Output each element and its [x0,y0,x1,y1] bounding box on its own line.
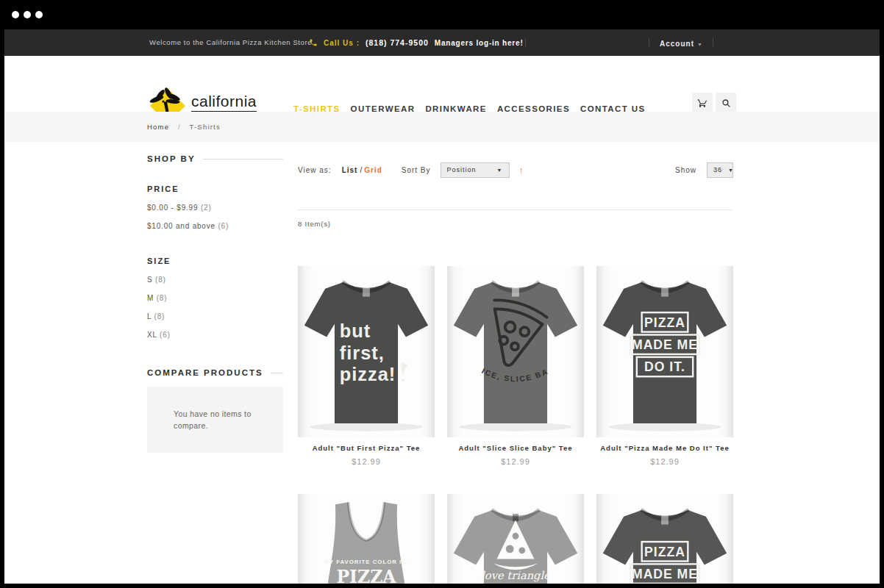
phone-number: (818) 774-9500 [366,38,429,47]
shirt-graphic-text: PIZZA [644,315,685,330]
sort-select[interactable]: Position ▼ [441,162,510,178]
divider [713,38,713,47]
show-label: Show [675,166,696,174]
shop-by-heading: SHOP BY [147,154,283,163]
window-controls[interactable] [12,11,43,18]
filter-count: (6) [218,222,229,230]
phone-icon [309,38,318,47]
chevron-down-icon: ▼ [497,168,503,173]
product-price: $12.99 [447,457,584,466]
page: Welcome to the California Pizza Kitchen … [4,29,880,584]
pizza-slice-icon [401,362,407,381]
view-list-link[interactable]: List [342,166,358,174]
product-image-but-first-pizza[interactable]: but first, pizza! [298,266,435,437]
account-group: Account▼ [649,29,713,56]
compare-empty-message: You have no items to compare. [174,408,260,431]
product-price: $12.99 [298,457,435,466]
view-separator: / [360,166,362,174]
view-grid-link[interactable]: Grid [364,166,382,174]
filter-label: S [147,276,152,284]
window-dot-icon[interactable] [12,11,19,18]
breadcrumb-current: T-Shirts [190,123,221,131]
divider [298,209,733,210]
cart-button[interactable] [692,93,713,113]
filter-count: (8) [157,294,168,302]
product-image-love-triangle[interactable]: love triangle [447,494,584,584]
sidebar-filters: SHOP BY PRICE $0.00 - $9.99 (2) $10.00 a… [147,154,283,453]
breadcrumb-home-link[interactable]: Home [147,123,169,131]
product-grid: but first, pizza! Adult "But First Pizza… [298,266,733,584]
product-listing: View as: List / Grid Sort By Position ▼ … [298,162,733,584]
managers-login-link[interactable]: Managers log-in here! [435,39,524,47]
item-count: 8 Item(s) [298,220,733,228]
call-us-label: Call Us : [324,39,360,47]
shirt-graphic-text: PIZZA [644,545,685,559]
product-title[interactable]: Adult "Pizza Made Me Do It" Tee [596,443,733,453]
listing-toolbar: View as: List / Grid Sort By Position ▼ … [298,162,733,178]
shirt-graphic-text: first, [340,343,385,363]
breadcrumb-separator: / [178,123,181,131]
show-group: Show 36 ▼ [675,162,733,178]
shirt-graphic-text: DO IT. [644,359,685,374]
call-us-group: Call Us : (818) 774-9500 Managers log-in… [309,29,524,56]
search-icon [721,98,731,108]
divider [525,38,526,47]
product-card: MY FAVORITE COLOR IS. PIZZA [298,494,435,584]
chevron-down-icon: ▼ [728,168,734,173]
product-image-pizza-made-me-do-it-2[interactable]: PIZZA MADE ME DO IT. [596,494,733,584]
filter-label: L [147,312,152,320]
window-title-bar [0,0,884,29]
filter-count: (8) [154,312,165,320]
window-dot-icon[interactable] [24,11,31,18]
filter-count: (8) [155,276,166,284]
product-card: SLICE, SLICE BABY Adult "Slice Slice Bab… [447,266,584,494]
shirt-graphic-text: MY FAVORITE COLOR IS. [324,559,408,565]
size-filter-link-xl[interactable]: XL (6) [147,331,283,339]
sort-by-label: Sort By [402,166,431,174]
shirt-graphic-text: but [340,320,371,341]
show-select[interactable]: 36 ▼ [707,162,733,178]
product-card: love triangle [447,494,584,584]
shirt-graphic-text: MADE ME [632,337,698,352]
breadcrumb: Home / T-Shirts [147,112,221,142]
logo-wordmark: california [191,93,257,112]
main-header: california PIZZA KITCHEN T-SHIRTS OUTERW… [4,56,880,112]
product-title[interactable]: Adult "But First Pizza" Tee [298,443,435,453]
shirt-graphic-text: PIZZA [336,567,396,584]
product-price: $12.99 [596,457,733,466]
price-filter-heading: PRICE [147,184,283,193]
filter-label: XL [147,331,157,339]
sort-value: Position [447,166,477,173]
filter-count: (6) [160,331,171,339]
product-image-pizza-made-me-do-it[interactable]: PIZZA MADE ME DO IT. [596,266,733,437]
filter-label: M [147,294,154,302]
size-filter-link-m[interactable]: M (8) [147,294,283,302]
search-button[interactable] [716,93,736,113]
view-as-label: View as: [298,166,332,174]
price-filter-link[interactable]: $0.00 - $9.99 (2) [147,204,283,212]
product-card: PIZZA MADE ME DO IT. Adult "Pizza Made M… [596,266,733,494]
product-image-favorite-color-pizza-tank[interactable]: MY FAVORITE COLOR IS. PIZZA [298,494,435,584]
chevron-down-icon: ▼ [697,42,702,47]
price-filter-link[interactable]: $10.00 and above (6) [147,222,283,230]
divider [649,38,649,47]
window-dot-icon[interactable] [35,11,43,18]
product-title[interactable]: Adult "Slice Slice Baby" Tee [447,443,584,453]
shirt-graphic-text: love triangle [481,569,551,582]
account-label: Account [660,40,694,48]
shirt-graphic-text: MADE ME [632,567,698,581]
sort-direction-button[interactable]: ↑ [519,165,524,176]
breadcrumb-bar: Home / T-Shirts [4,112,880,142]
product-card: but first, pizza! Adult "But First Pizza… [298,266,435,494]
compare-products-box: You have no items to compare. [147,387,283,453]
browser-window: Welcome to the California Pizza Kitchen … [0,0,884,588]
welcome-message: Welcome to the California Pizza Kitchen … [149,29,312,56]
size-filter-link-l[interactable]: L (8) [147,312,283,320]
show-value: 36 [713,166,722,173]
product-image-slice-slice-baby[interactable]: SLICE, SLICE BABY [447,266,584,437]
account-menu[interactable]: Account▼ [660,36,702,49]
size-filter-link-s[interactable]: S (8) [147,276,283,284]
utility-bar: Welcome to the California Pizza Kitchen … [4,29,880,56]
product-card: PIZZA MADE ME DO IT. [596,494,733,584]
size-filter-heading: SIZE [147,257,283,265]
